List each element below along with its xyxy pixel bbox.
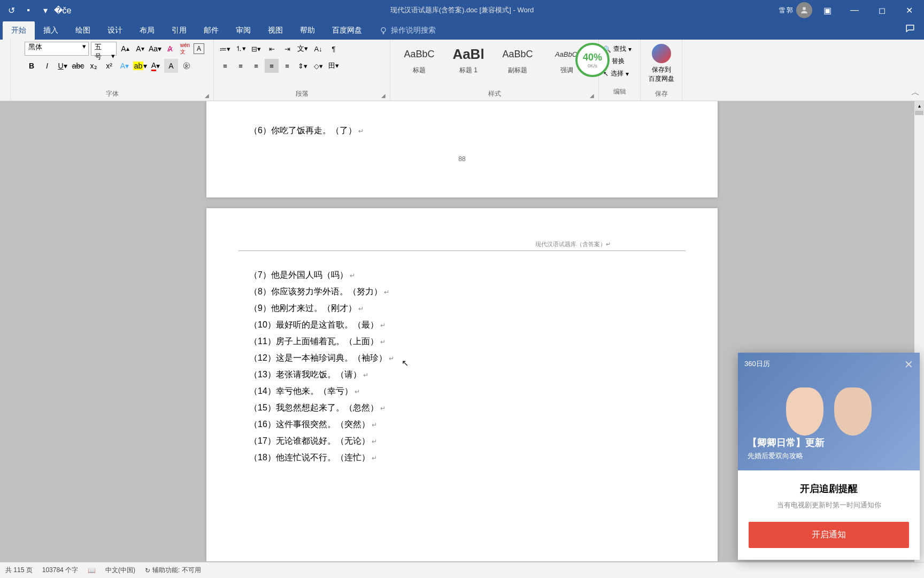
asian-layout-button[interactable]: 文▾ [296,42,310,56]
user-name: 雪 郭 [779,6,793,15]
page-header[interactable]: 现代汉语试题库（含答案）↵ [238,208,686,251]
tab-view[interactable]: 视图 [259,21,291,40]
baidu-group-label: 保存 [655,88,668,100]
underline-button[interactable]: U▾ [56,59,70,73]
speed-widget[interactable]: 40% 0K/s [575,43,610,77]
style-item-title[interactable]: AaBbC 标题 [395,42,444,82]
borders-button[interactable]: 田▾ [327,59,341,73]
paragraph-mark-icon: ↵ [361,371,368,379]
font-name-select[interactable]: 黑体 ▾ [25,42,89,56]
shrink-font-button[interactable]: A▾ [134,42,147,55]
tab-draw[interactable]: 绘图 [67,21,99,40]
styles-dialog-launcher[interactable]: ◢ [590,93,596,99]
numbering-button[interactable]: ⒈▾ [234,42,248,56]
tab-baidu[interactable]: 百度网盘 [324,21,371,40]
scroll-thumb[interactable] [915,111,923,115]
clear-format-button[interactable]: A̷ [164,42,176,55]
grow-font-button[interactable]: A▴ [119,42,132,55]
align-distribute-button[interactable]: ≡ [280,59,294,73]
font-dialog-launcher[interactable]: ◢ [205,93,211,99]
comments-button[interactable] [896,19,924,40]
doc-line[interactable]: （13）老张请我吃饭。（请） ↵ [249,367,675,383]
superscript-button[interactable]: x² [102,59,116,73]
window-title: 现代汉语试题库(含答案).doc [兼容模式] - Word [390,5,534,15]
scroll-up-button[interactable]: ▴ [914,101,924,111]
align-justify-button[interactable]: ≡ [265,59,279,73]
style-item-subtitle[interactable]: AaBbC 副标题 [493,42,542,82]
doc-line[interactable]: （7）他是外国人吗（吗） ↵ [249,267,675,284]
multilevel-button[interactable]: ⊟▾ [249,42,263,56]
style-item-heading1[interactable]: AaBl 标题 1 [444,42,493,82]
italic-button[interactable]: I [40,59,54,73]
doc-line[interactable]: （17）无论谁都说好。（无论） ↵ [249,433,675,450]
tab-layout[interactable]: 布局 [131,21,163,40]
line-spacing-button[interactable]: ⇕▾ [296,59,310,73]
increase-indent-button[interactable]: ⇥ [280,42,294,56]
phonetic-button[interactable]: wén文 [179,42,191,55]
ribbon-display-button[interactable]: ▣ [815,2,840,18]
collapse-ribbon-button[interactable]: ︿ [911,87,920,98]
qat-dropdown-icon[interactable]: ▾ [40,4,51,16]
popup-hero[interactable]: 360日历 ✕ 【卿卿日常】更新 先婚后爱双向攻略 [738,353,920,470]
statusbar: 共 115 页 103784 个字 📖 中文(中国) ↻辅助功能: 不可用 [0,562,924,578]
strikethrough-button[interactable]: abc [71,59,85,73]
baidu-save-button[interactable]: 保存到百度网盘 [649,65,674,83]
sort-button[interactable]: A↓ [311,42,325,56]
tab-home[interactable]: 开始 [3,21,35,40]
page-count[interactable]: 共 115 页 [5,566,33,575]
align-left-button[interactable]: ≡ [218,59,232,73]
highlight-button[interactable]: ab▾ [133,59,147,73]
spellcheck-icon[interactable]: 📖 [88,567,96,574]
align-center-button[interactable]: ≡ [234,59,248,73]
tab-mailings[interactable]: 邮件 [195,21,227,40]
enable-notification-button[interactable]: 开启通知 [749,522,909,548]
doc-line[interactable]: （6）你吃了饭再走。（了） ↵ [249,123,675,139]
paragraph-dialog-launcher[interactable]: ◢ [381,93,388,99]
change-case-button[interactable]: Aa▾ [149,42,161,55]
language-status[interactable]: 中文(中国) [105,566,135,575]
shading-button[interactable]: ◇▾ [311,59,325,73]
show-marks-button[interactable]: ¶ [327,42,341,56]
save-icon[interactable]: ▪ [22,4,34,16]
qat-customize-icon[interactable]: �če [57,4,68,16]
close-button[interactable]: ✕ [897,2,921,18]
paragraph-mark-icon: ↵ [353,388,360,396]
tell-me-search[interactable]: 操作说明搜索 [371,21,444,40]
font-color-button[interactable]: A▾ [149,59,163,73]
align-right-button[interactable]: ≡ [249,59,263,73]
bullets-button[interactable]: ≔▾ [218,42,232,56]
char-border-button[interactable]: A [194,43,204,54]
baidu-icon[interactable] [652,44,671,63]
enclose-char-button[interactable]: ㊛ [180,59,194,73]
tab-design[interactable]: 设计 [99,21,131,40]
maximize-button[interactable]: ◻ [869,2,894,18]
doc-line[interactable]: （11）房子上面铺着瓦。（上面） ↵ [249,333,675,350]
tab-review[interactable]: 审阅 [227,21,259,40]
doc-line[interactable]: （14）幸亏他来。（幸亏） ↵ [249,383,675,400]
doc-line[interactable]: （18）他连忙说不行。（连忙） ↵ [249,450,675,466]
tab-insert[interactable]: 插入 [35,21,67,40]
char-shading-button[interactable]: A [164,59,178,73]
doc-line[interactable]: （16）这件事很突然。（突然） ↵ [249,416,675,433]
bold-button[interactable]: B [25,59,38,73]
decrease-indent-button[interactable]: ⇤ [265,42,279,56]
tab-references[interactable]: 引用 [163,21,195,40]
doc-line[interactable]: （15）我忽然想起来了。（忽然） ↵ [249,400,675,416]
doc-line[interactable]: （10）最好听的是这首歌。（最） ↵ [249,317,675,333]
paragraph-mark-icon: ↵ [379,405,386,412]
tab-help[interactable]: 帮助 [291,21,324,40]
doc-line[interactable]: （8）你应该努力学外语。（努力） ↵ [249,284,675,300]
font-size-select[interactable]: 五号▾ [91,42,117,56]
text-effects-button[interactable]: A▾ [118,59,132,73]
styles-group: AaBbC 标题 AaBl 标题 1 AaBbC 副标题 AaBbCi 强调 样… [390,40,599,101]
close-icon[interactable]: ✕ [904,358,913,371]
doc-line[interactable]: （9）他刚才来过。（刚才） ↵ [249,300,675,317]
history-icon[interactable]: ↺ [5,4,17,16]
svg-point-0 [803,7,806,10]
styles-gallery[interactable]: AaBbC 标题 AaBl 标题 1 AaBbC 副标题 AaBbCi 强调 [395,42,594,82]
doc-line[interactable]: （12）这是一本袖珍词典。（袖珍） ↵ [249,350,675,367]
accessibility-status[interactable]: ↻辅助功能: 不可用 [145,566,201,575]
word-count[interactable]: 103784 个字 [42,566,78,575]
minimize-button[interactable]: — [842,2,867,18]
user-account[interactable]: 雪 郭 [779,2,812,18]
